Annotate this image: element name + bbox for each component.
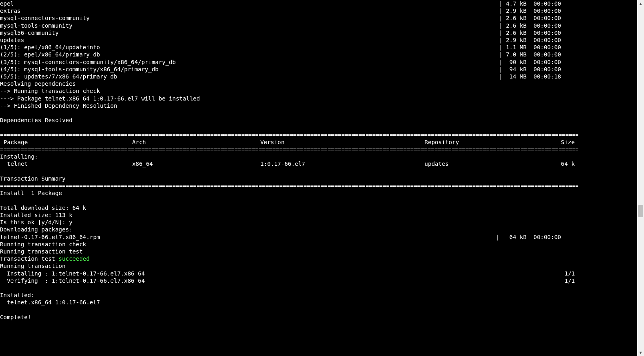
- header-repo: Repository: [425, 139, 559, 146]
- installed-size: Installed size: 113 k: [0, 211, 580, 219]
- repo-line: mysql-tools-community| 2.6 kB 00:00:00: [0, 22, 578, 29]
- header-arch: Arch: [132, 139, 260, 146]
- blank-line: [0, 284, 580, 292]
- blank-line: [0, 124, 580, 131]
- installing-label: Installing:: [0, 153, 580, 160]
- terminal-output[interactable]: epel| 4.7 kB 00:00:00 extras| 2.9 kB 00:…: [0, 0, 580, 356]
- running-txn-check: Running transaction check: [0, 241, 580, 248]
- rule-line: ========================================…: [0, 182, 578, 189]
- scroll-up-button[interactable]: ▲: [637, 0, 644, 7]
- complete-line: Complete!: [0, 314, 580, 321]
- download-line: (4/5): mysql-tools-community/x86_64/prim…: [0, 66, 578, 73]
- package-row: telnet x86_64 1:0.17-66.el7 updates 64 k: [0, 160, 578, 167]
- blank-line: [0, 109, 580, 117]
- vertical-scrollbar[interactable]: ▲ ▼: [637, 0, 644, 356]
- download-line: (5/5): updates/7/x86_64/primary_db| 14 M…: [0, 73, 578, 80]
- header-package: Package: [0, 139, 132, 146]
- repo-line: mysql56-community| 2.6 kB 00:00:00: [0, 29, 578, 36]
- running-transaction: Running transaction: [0, 262, 580, 270]
- table-header-row: Package Arch Version Repository Size: [0, 139, 578, 146]
- pkg-version: 1:0.17-66.el7: [260, 160, 425, 167]
- rpm-progress: | 64 kB 00:00:00: [495, 233, 578, 241]
- installing-step-line: Installing : 1:telnet-0.17-66.el7.x86_64…: [0, 270, 578, 277]
- running-check-line: --> Running transaction check: [0, 87, 580, 95]
- finished-resolution-line: --> Finished Dependency Resolution: [0, 102, 580, 109]
- repo-line: epel| 4.7 kB 00:00:00: [0, 0, 578, 7]
- running-txn-test: Running transaction test: [0, 248, 580, 255]
- header-size: Size: [559, 139, 578, 146]
- rule-line: ========================================…: [0, 131, 578, 139]
- installed-package: telnet.x86_64 1:0.17-66.el7: [0, 299, 580, 306]
- pkg-repo: updates: [425, 160, 559, 167]
- scroll-down-button[interactable]: ▼: [637, 349, 644, 356]
- resolving-deps-line: Resolving Dependencies: [0, 80, 580, 87]
- blank-line: [0, 306, 580, 314]
- transaction-summary-title: Transaction Summary: [0, 175, 580, 182]
- installed-header: Installed:: [0, 292, 580, 299]
- download-line: (2/5): epel/x86_64/primary_db| 7.0 MB 00…: [0, 51, 578, 58]
- verifying-step-line: Verifying : 1:telnet-0.17-66.el7.x86_64 …: [0, 277, 578, 284]
- rpm-download-line: telnet-0.17-66.el7.x86_64.rpm | 64 kB 00…: [0, 233, 578, 241]
- rpm-name: telnet-0.17-66.el7.x86_64.rpm: [0, 233, 100, 241]
- pkg-name: telnet: [0, 160, 132, 167]
- rule-line: ========================================…: [0, 146, 578, 153]
- blank-line: [0, 197, 580, 204]
- pkg-size: 64 k: [559, 160, 578, 167]
- confirm-prompt: Is this ok [y/d/N]: y: [0, 219, 580, 226]
- scrollbar-thumb[interactable]: [638, 205, 643, 217]
- succeeded-text: succeeded: [58, 255, 89, 262]
- blank-line: [0, 168, 580, 175]
- download-line: (3/5): mysql-connectors-community/x86_64…: [0, 58, 578, 66]
- downloading-packages: Downloading packages:: [0, 226, 580, 233]
- deps-resolved-line: Dependencies Resolved: [0, 117, 580, 124]
- install-count-line: Install 1 Package: [0, 189, 580, 197]
- txn-test-result: Transaction test succeeded: [0, 255, 580, 262]
- repo-line: mysql-connectors-community| 2.6 kB 00:00…: [0, 14, 578, 22]
- total-download-size: Total download size: 64 k: [0, 204, 580, 211]
- repo-line: updates| 2.9 kB 00:00:00: [0, 36, 578, 44]
- download-line: (1/5): epel/x86_64/updateinfo| 1.1 MB 00…: [0, 44, 578, 51]
- repo-line: extras| 2.9 kB 00:00:00: [0, 7, 578, 14]
- package-install-line: ---> Package telnet.x86_64 1:0.17-66.el7…: [0, 95, 580, 102]
- header-version: Version: [260, 139, 425, 146]
- pkg-arch: x86_64: [132, 160, 260, 167]
